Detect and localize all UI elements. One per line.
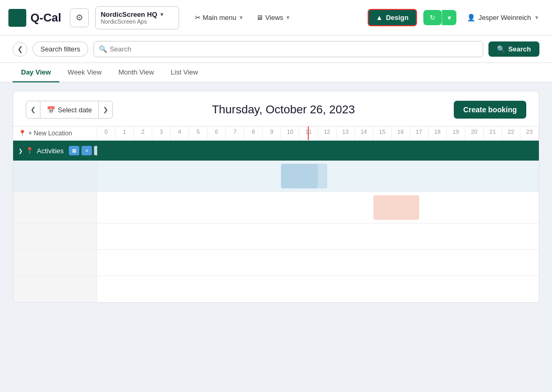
- org-dropdown-arrow: ▼: [159, 12, 164, 17]
- tab-day-view[interactable]: Day View: [13, 63, 59, 82]
- hour-12: 12: [318, 126, 337, 140]
- booking-timeline-cell-3: [97, 224, 539, 249]
- location-timeline-area: [97, 141, 539, 161]
- booking-row-5: [13, 276, 539, 302]
- list-view-btn[interactable]: ≡: [81, 146, 92, 155]
- booking-slot-blue-2: [290, 164, 327, 188]
- search-icon-left: 🔍: [99, 45, 107, 53]
- prev-icon: ❮: [30, 106, 36, 113]
- hour-4: 4: [171, 126, 189, 140]
- hour-10: 10: [281, 126, 299, 140]
- search-input-wrapper: 🔍: [93, 41, 483, 57]
- hour-20: 20: [465, 126, 484, 140]
- sync-button[interactable]: ↻: [423, 10, 442, 25]
- hour-0: 0: [97, 126, 116, 140]
- grid-view-btn[interactable]: ▦: [69, 146, 79, 155]
- hour-11: 11: [299, 126, 318, 140]
- sync-group: ↻ ▼: [423, 10, 456, 25]
- timeline-header: 📍 + New Location 0 1 2 3 4 5 6 7 8 9 10 …: [13, 126, 539, 141]
- next-date-button[interactable]: ❯: [98, 101, 113, 119]
- hour-8: 8: [244, 126, 263, 140]
- design-icon: ▲: [376, 14, 383, 22]
- select-date-button[interactable]: 📅 Select date: [40, 101, 98, 119]
- booking-row-4: [13, 250, 539, 276]
- timeline-wrapper: 📍 + New Location 0 1 2 3 4 5 6 7 8 9 10 …: [13, 126, 539, 302]
- booking-label-cell-2: [13, 192, 97, 223]
- calendar-header: ❮ 📅 Select date ❯ Thursday, October 26, …: [13, 91, 539, 126]
- org-subtitle: NordicScreen Aps: [101, 18, 147, 25]
- location-pin-icon: 📍: [18, 130, 26, 137]
- tab-month-view[interactable]: Month View: [110, 63, 162, 82]
- hour-23: 23: [520, 126, 539, 140]
- hour-14: 14: [355, 126, 373, 140]
- timeline-label-col: 📍 + New Location: [13, 126, 97, 140]
- calendar-icon: 📅: [47, 106, 55, 114]
- date-navigation: ❮ 📅 Select date ❯: [26, 101, 113, 119]
- logo-square: [8, 9, 26, 27]
- sync-dropdown-button[interactable]: ▼: [442, 10, 456, 25]
- design-label: Design: [386, 14, 409, 22]
- user-menu[interactable]: 👤 Jesper Weinreich ▼: [463, 10, 544, 25]
- create-booking-label: Create booking: [463, 105, 517, 114]
- booking-row-2: [13, 192, 539, 224]
- user-dropdown-arrow: ▼: [534, 15, 539, 20]
- booking-row-1: [13, 161, 539, 192]
- search-filters-button[interactable]: Search filters: [33, 41, 88, 57]
- hour-15: 15: [373, 126, 392, 140]
- hour-9: 9: [263, 126, 281, 140]
- create-booking-button[interactable]: Create booking: [454, 101, 526, 119]
- booking-label-cell-4: [13, 250, 97, 276]
- location-name-cell: ❯ 📍 Activities ▦ ≡ 31 ⊕: [13, 141, 97, 161]
- gear-icon: ⚙: [76, 13, 83, 23]
- search-button[interactable]: 🔍 Search: [488, 41, 539, 57]
- hour-2: 2: [134, 126, 152, 140]
- org-name: NordicScreen HQ: [101, 10, 158, 18]
- timeline-hours: 0 1 2 3 4 5 6 7 8 9 10 11 12 13 14 15 16…: [97, 126, 539, 140]
- search-filters-label: Search filters: [40, 45, 80, 53]
- booking-label-cell-1: [13, 161, 97, 192]
- org-selector[interactable]: NordicScreen HQ ▼ NordicScreen Aps: [95, 6, 179, 29]
- next-icon: ❯: [103, 106, 108, 113]
- search-input[interactable]: [93, 41, 483, 57]
- main-menu-arrow: ▼: [238, 15, 244, 20]
- search-btn-label: Search: [508, 45, 531, 53]
- booking-timeline-cell-4: [97, 250, 539, 276]
- booking-timeline-cell-1: [97, 161, 539, 192]
- app-title: Q-Cal: [30, 11, 61, 25]
- hour-3: 3: [152, 126, 171, 140]
- search-btn-icon: 🔍: [497, 45, 505, 53]
- back-icon: ❮: [17, 45, 23, 53]
- hour-5: 5: [189, 126, 207, 140]
- booking-slot-salmon: [373, 195, 420, 220]
- logo-block: Q-Cal: [8, 9, 61, 27]
- tab-list-view[interactable]: List View: [162, 63, 206, 82]
- views-button[interactable]: 🖥 Views ▼: [251, 10, 296, 25]
- nav-menu-items: ✂ Main menu ▼ 🖥 Views ▼: [190, 10, 296, 25]
- booking-label-cell-5: [13, 276, 97, 302]
- booking-timeline-cell-2: [97, 192, 539, 223]
- hour-7: 7: [226, 126, 244, 140]
- main-menu-button[interactable]: ✂ Main menu ▼: [190, 10, 249, 25]
- prev-date-button[interactable]: ❮: [26, 101, 40, 119]
- back-button[interactable]: ❮: [13, 42, 27, 57]
- booking-row-3: [13, 224, 539, 250]
- calendar-container: ❮ 📅 Select date ❯ Thursday, October 26, …: [13, 91, 539, 303]
- new-location-label[interactable]: + New Location: [28, 130, 72, 137]
- select-date-label: Select date: [58, 106, 92, 114]
- calendar-title: Thursday, October 26, 2023: [113, 103, 454, 116]
- views-label: Views: [265, 14, 283, 22]
- main-menu-label: Main menu: [203, 14, 236, 22]
- hour-21: 21: [484, 126, 502, 140]
- user-avatar-icon: 👤: [467, 14, 475, 22]
- view-tabs: Day View Week View Month View List View: [0, 63, 552, 82]
- design-button[interactable]: ▲ Design: [368, 9, 417, 26]
- location-collapse-button[interactable]: ❯: [18, 145, 23, 156]
- monitor-icon: 🖥: [256, 14, 263, 22]
- hour-18: 18: [429, 126, 447, 140]
- sync-icon: ↻: [430, 14, 435, 22]
- top-navigation: Q-Cal ⚙ NordicScreen HQ ▼ NordicScreen A…: [0, 0, 552, 36]
- hour-22: 22: [502, 126, 520, 140]
- settings-button[interactable]: ⚙: [70, 8, 89, 27]
- tab-week-view[interactable]: Week View: [59, 63, 110, 82]
- hour-16: 16: [392, 126, 410, 140]
